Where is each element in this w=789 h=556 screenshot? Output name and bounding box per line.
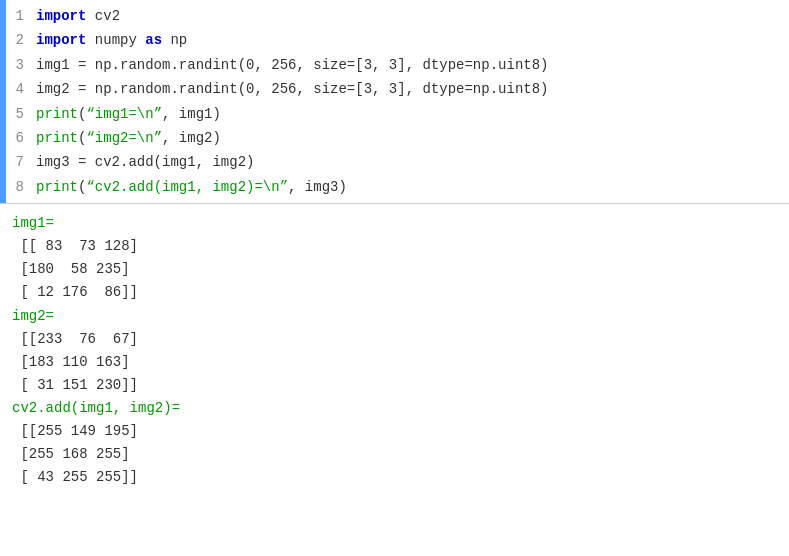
output-block-cv2add: cv2.add(img1, img2)= [[255 149 195] [255…	[12, 397, 777, 489]
output-img1-row2: [180 58 235]	[12, 258, 777, 281]
output-block-img1: img1= [[ 83 73 128] [180 58 235] [ 12 17…	[12, 212, 777, 304]
output-img2-row3: [ 31 151 230]]	[12, 374, 777, 397]
output-cv2add-row3: [ 43 255 255]]	[12, 466, 777, 489]
line-content-6: print(“img2=\n”, img2)	[36, 127, 789, 149]
output-block-img2: img2= [[233 76 67] [183 110 163] [ 31 15…	[12, 305, 777, 397]
code-line-1: 1 import cv2	[0, 4, 789, 28]
code-line-8: 8 print(“cv2.add(img1, img2)=\n”, img3)	[0, 175, 789, 199]
line-content-2: import numpy as np	[36, 29, 789, 51]
output-img1-row1: [[ 83 73 128]	[12, 235, 777, 258]
code-editor: 1 import cv2 2 import numpy as np 3 img1…	[0, 0, 789, 204]
code-line-3: 3 img1 = np.random.randint(0, 256, size=…	[0, 53, 789, 77]
output-cv2add-label: cv2.add(img1, img2)=	[12, 397, 777, 420]
line-content-5: print(“img1=\n”, img1)	[36, 103, 789, 125]
output-panel: img1= [[ 83 73 128] [180 58 235] [ 12 17…	[0, 204, 789, 497]
line-content-8: print(“cv2.add(img1, img2)=\n”, img3)	[36, 176, 789, 198]
line-content-1: import cv2	[36, 5, 789, 27]
output-cv2add-row2: [255 168 255]	[12, 443, 777, 466]
code-line-7: 7 img3 = cv2.add(img1, img2)	[0, 150, 789, 174]
code-line-4: 4 img2 = np.random.randint(0, 256, size=…	[0, 77, 789, 101]
line-content-3: img1 = np.random.randint(0, 256, size=[3…	[36, 54, 789, 76]
code-line-5: 5 print(“img1=\n”, img1)	[0, 102, 789, 126]
output-cv2add-row1: [[255 149 195]	[12, 420, 777, 443]
output-img2-row1: [[233 76 67]	[12, 328, 777, 351]
line-content-4: img2 = np.random.randint(0, 256, size=[3…	[36, 78, 789, 100]
line-content-7: img3 = cv2.add(img1, img2)	[36, 151, 789, 173]
output-img1-label: img1=	[12, 212, 777, 235]
output-img1-row3: [ 12 176 86]]	[12, 281, 777, 304]
editor-border	[0, 0, 6, 203]
code-line-2: 2 import numpy as np	[0, 28, 789, 52]
main-container: 1 import cv2 2 import numpy as np 3 img1…	[0, 0, 789, 556]
output-img2-row2: [183 110 163]	[12, 351, 777, 374]
code-line-6: 6 print(“img2=\n”, img2)	[0, 126, 789, 150]
output-img2-label: img2=	[12, 305, 777, 328]
